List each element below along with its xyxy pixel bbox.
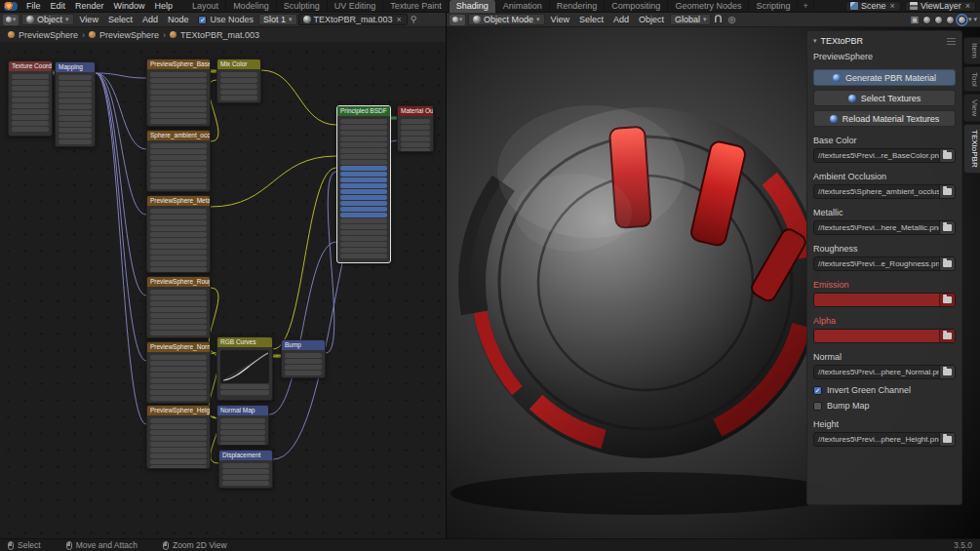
node-socket-row[interactable] xyxy=(150,84,207,89)
node-normal-map[interactable]: Normal Map xyxy=(216,405,269,446)
node-previewsphere-height[interactable]: PreviewSphere_Height xyxy=(146,405,211,469)
breadcrumb-item[interactable]: PreviewSphere xyxy=(19,30,78,40)
panel-collapse-icon[interactable]: ▾ xyxy=(813,37,817,45)
shading-dropdown-icon[interactable]: ▾ xyxy=(973,16,977,23)
node-header[interactable]: Texture Coordinate xyxy=(9,61,52,71)
node-socket-row[interactable] xyxy=(220,78,257,83)
xray-icon[interactable]: ▣ xyxy=(908,15,921,24)
node-socket-row[interactable] xyxy=(220,418,265,423)
node-header[interactable]: PreviewSphere_Metallic xyxy=(147,196,210,206)
overlays-dropdown-icon[interactable]: ▾ xyxy=(968,16,972,23)
node-socket-row[interactable] xyxy=(150,143,207,148)
node-socket-row[interactable] xyxy=(150,319,207,324)
node-socket-row[interactable] xyxy=(150,149,207,154)
node-socket-row[interactable] xyxy=(340,236,387,241)
node-socket-row[interactable] xyxy=(220,72,257,77)
npanel-tab-view[interactable]: View xyxy=(963,94,980,122)
node-socket-row[interactable] xyxy=(150,448,207,453)
node-socket-row[interactable] xyxy=(150,113,207,118)
node-header[interactable]: Principled BSDF xyxy=(337,106,390,116)
node-socket-row[interactable] xyxy=(150,167,207,172)
node-previewsphere-normalgl[interactable]: PreviewSphere_NormalGL xyxy=(146,341,211,404)
open-file-button[interactable] xyxy=(939,149,955,162)
node-mapping[interactable]: Mapping xyxy=(55,61,96,147)
node-previewsphere-roughness[interactable]: PreviewSphere_Roughness xyxy=(146,276,211,338)
tab-geometry-nodes[interactable]: Geometry Nodes xyxy=(668,0,749,13)
node-socket-row[interactable] xyxy=(150,256,207,260)
node-socket-row[interactable] xyxy=(222,475,269,480)
open-file-button[interactable] xyxy=(939,330,955,342)
node-socket-row[interactable] xyxy=(340,137,387,141)
node-socket-row[interactable] xyxy=(340,195,387,200)
node-socket-row[interactable] xyxy=(340,177,387,182)
node-socket-row[interactable] xyxy=(150,226,207,231)
node-socket-row[interactable] xyxy=(222,463,269,468)
node-socket-row[interactable] xyxy=(150,261,207,266)
scene-selector[interactable]: Scene × xyxy=(845,1,901,12)
node-socket-row[interactable] xyxy=(150,453,207,458)
editor-type-icon[interactable]: ▾ xyxy=(450,15,465,25)
node-socket-row[interactable] xyxy=(150,301,207,306)
node-socket-row[interactable] xyxy=(150,459,207,464)
node-socket-row[interactable] xyxy=(150,107,207,112)
node-socket-row[interactable] xyxy=(150,220,207,225)
add-workspace-button[interactable]: + xyxy=(798,0,813,13)
node-socket-row[interactable] xyxy=(150,267,207,272)
node-socket-row[interactable] xyxy=(285,371,322,375)
node-socket-row[interactable] xyxy=(150,209,207,214)
node-header[interactable]: Displacement xyxy=(219,451,272,460)
node-socket-row[interactable] xyxy=(59,98,92,103)
node-socket-row[interactable] xyxy=(340,125,387,130)
node-header[interactable]: PreviewSphere_NormalGL xyxy=(147,342,210,352)
open-file-button[interactable] xyxy=(939,185,955,198)
emission-path-field[interactable] xyxy=(813,293,956,307)
node-socket-row[interactable] xyxy=(59,139,92,144)
menu-help[interactable]: Help xyxy=(150,0,178,13)
use-nodes-toggle[interactable]: ✓ Use Nodes xyxy=(194,15,257,24)
node-socket-row[interactable] xyxy=(150,424,207,429)
open-file-button[interactable] xyxy=(939,294,955,306)
npanel-tab-item[interactable]: Item xyxy=(963,37,980,64)
node-socket-row[interactable] xyxy=(150,373,207,377)
node-socket-row[interactable] xyxy=(340,183,387,188)
roughness-path-field[interactable]: //textures5\Previ...e_Roughness.png xyxy=(813,256,956,271)
node-socket-row[interactable] xyxy=(150,436,207,441)
node-socket-row[interactable] xyxy=(340,142,387,147)
node-socket-row[interactable] xyxy=(340,248,387,253)
slot-dropdown[interactable]: Slot 1 ▾ xyxy=(258,14,297,25)
panel-grip-icon[interactable] xyxy=(947,38,956,45)
node-socket-row[interactable] xyxy=(59,87,92,92)
open-file-button[interactable] xyxy=(939,221,955,234)
node-socket-row[interactable] xyxy=(150,290,207,295)
node-socket-row[interactable] xyxy=(150,355,207,360)
tab-sculpting[interactable]: Sculpting xyxy=(277,0,328,13)
height-path-field[interactable]: //textures5\Previ...phere_Height.png xyxy=(813,432,956,447)
viewlayer-unlink-icon[interactable]: × xyxy=(964,1,971,11)
node-socket-row[interactable] xyxy=(12,86,49,91)
curve-widget[interactable] xyxy=(220,350,269,383)
node-socket-row[interactable] xyxy=(150,101,207,106)
node-socket-row[interactable] xyxy=(12,103,49,108)
node-socket-row[interactable] xyxy=(150,465,207,469)
bump-map-toggle[interactable]: Bump Map xyxy=(813,401,956,411)
node-socket-row[interactable] xyxy=(340,242,387,247)
node-socket-row[interactable] xyxy=(285,359,322,364)
shading-rendered-button[interactable] xyxy=(958,16,966,24)
mode-dropdown[interactable]: Object Mode ▾ xyxy=(468,14,545,25)
node-socket-row[interactable] xyxy=(340,172,387,177)
node-socket-row[interactable] xyxy=(150,232,207,237)
editor-type-icon[interactable]: ▾ xyxy=(3,15,19,25)
select-textures-button[interactable]: Select Textures xyxy=(813,90,956,106)
viewport-menu-select[interactable]: Select xyxy=(574,14,608,26)
invert-green-channel-toggle[interactable]: ✓Invert Green Channel xyxy=(813,385,956,395)
node-socket-row[interactable] xyxy=(401,125,430,130)
metallic-path-field[interactable]: //textures5\Previ...here_Metallic.png xyxy=(813,220,956,235)
node-socket-row[interactable] xyxy=(401,131,430,136)
node-socket-row[interactable] xyxy=(150,325,207,330)
shader-menu-node[interactable]: Node xyxy=(163,14,194,26)
node-socket-row[interactable] xyxy=(220,384,269,389)
tab-animation[interactable]: Animation xyxy=(496,0,550,13)
node-previewsphere-metallic[interactable]: PreviewSphere_Metallic xyxy=(146,195,211,273)
node-socket-row[interactable] xyxy=(340,166,387,171)
node-socket-row[interactable] xyxy=(220,96,257,100)
